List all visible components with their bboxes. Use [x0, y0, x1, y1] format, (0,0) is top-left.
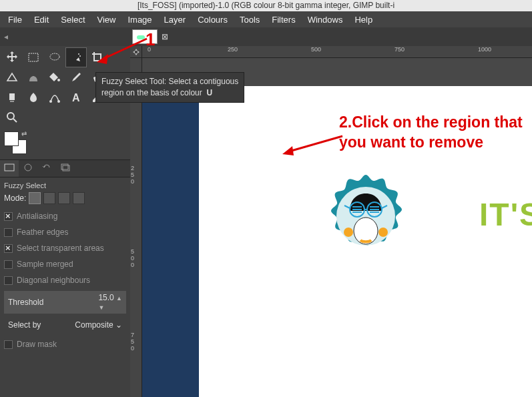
svg-point-3: [79, 55, 81, 57]
free-select-tool[interactable]: [44, 47, 65, 67]
tool-options-title: Fuzzy Select: [4, 180, 126, 191]
transparent-checkbox[interactable]: [4, 244, 13, 253]
svg-rect-0: [29, 53, 38, 61]
menu-bar: File Edit Select View Image Layer Colour…: [0, 11, 532, 27]
svg-point-8: [49, 100, 52, 103]
draw-mask-label: Draw mask: [17, 340, 57, 349]
mode-intersect[interactable]: [73, 192, 85, 204]
menu-file[interactable]: File: [3, 13, 27, 27]
move-tool[interactable]: [1, 47, 23, 67]
svg-point-4: [57, 79, 60, 81]
images-tab[interactable]: [56, 160, 75, 177]
menu-filters[interactable]: Filters: [266, 13, 300, 27]
menu-edit[interactable]: Edit: [29, 13, 54, 27]
vertical-ruler[interactable]: 0 2 5 0 5 0 0 7 5 0: [130, 58, 142, 397]
menu-windows[interactable]: Windows: [302, 13, 348, 27]
menu-select[interactable]: Select: [55, 13, 90, 27]
mode-replace[interactable]: [29, 192, 41, 204]
svg-point-17: [354, 218, 378, 244]
annotation-1: 1: [93, 32, 154, 67]
rotate-tool[interactable]: [1, 67, 23, 87]
path-tool[interactable]: [44, 87, 65, 107]
menu-colours[interactable]: Colours: [192, 13, 233, 27]
menu-image[interactable]: Image: [122, 13, 157, 27]
select-by-dropdown[interactable]: Select by Composite ⌄: [4, 318, 126, 332]
svg-point-13: [25, 164, 31, 171]
tab-prev-icon[interactable]: ◂: [0, 32, 12, 41]
mode-subtract[interactable]: [58, 192, 70, 204]
svg-rect-7: [10, 101, 14, 102]
tab-close-icon[interactable]: ⊠: [158, 32, 172, 41]
draw-mask-checkbox[interactable]: [4, 340, 13, 349]
logo-image: [309, 159, 423, 306]
threshold-value: 15.0: [98, 293, 113, 302]
svg-rect-6: [9, 93, 15, 100]
bucket-fill-tool[interactable]: [44, 67, 65, 87]
clone-tool[interactable]: [1, 87, 23, 107]
smudge-tool[interactable]: [23, 87, 44, 107]
svg-rect-12: [5, 164, 14, 171]
document-tabs: ◂ ⊠: [0, 27, 532, 46]
tool-options-tab[interactable]: [0, 160, 19, 177]
color-swatch[interactable]: ⇄: [0, 129, 130, 159]
window-title: [Its_FOSS] (imported)-1.0 (RGB colour 8-…: [0, 0, 532, 11]
menu-help[interactable]: Help: [349, 13, 378, 27]
menu-tools[interactable]: Tools: [234, 13, 265, 27]
menu-view[interactable]: View: [92, 13, 121, 27]
feather-checkbox[interactable]: [4, 228, 13, 237]
annotation-arrow-2: [279, 133, 346, 159]
swap-colors-icon[interactable]: ⇄: [21, 130, 27, 137]
transparent-label: Select transparent areas: [17, 244, 104, 253]
sample-merged-label: Sample merged: [17, 260, 73, 269]
svg-point-2: [78, 53, 79, 55]
rect-select-tool[interactable]: [23, 47, 44, 67]
image-background: 2.Click on the region that you want to r…: [199, 86, 532, 397]
tool-options-panel: Fuzzy Select Mode: Antialiasing Feather …: [0, 177, 130, 397]
logo-text: IT'S: [479, 196, 532, 233]
text-tool[interactable]: A: [65, 87, 87, 107]
svg-point-1: [50, 53, 59, 60]
svg-point-19: [378, 228, 388, 237]
dock-tabs: [0, 159, 130, 177]
horizontal-ruler[interactable]: 0 250 500 750 1000: [142, 46, 532, 58]
threshold-slider[interactable]: Threshold 15.0 ▲▼: [4, 291, 126, 314]
canvas[interactable]: 2.Click on the region that you want to r…: [142, 86, 532, 397]
svg-text:A: A: [72, 92, 80, 103]
select-by-value: Composite: [75, 320, 113, 330]
svg-point-11: [7, 113, 14, 119]
chevron-down-icon: ⌄: [115, 320, 122, 330]
device-status-tab[interactable]: [19, 160, 37, 177]
mode-add[interactable]: [43, 192, 55, 204]
diagonal-checkbox[interactable]: [4, 276, 13, 285]
undo-history-tab[interactable]: [37, 160, 56, 177]
select-by-label: Select by: [8, 320, 41, 330]
fuzzy-select-tool[interactable]: [65, 47, 87, 67]
diagonal-label: Diagonal neighbours: [17, 276, 90, 285]
svg-point-9: [57, 100, 60, 103]
svg-point-18: [344, 228, 353, 237]
threshold-label: Threshold: [8, 298, 43, 307]
warp-tool[interactable]: [23, 67, 44, 87]
feather-label: Feather edges: [17, 228, 68, 237]
fg-color[interactable]: [4, 131, 19, 146]
mode-label: Mode:: [4, 193, 26, 203]
sample-merged-checkbox[interactable]: [4, 260, 13, 269]
annotation-text-2: 2.Click on the region that you want to r…: [339, 113, 523, 153]
antialiasing-checkbox[interactable]: [4, 212, 13, 221]
paintbrush-tool[interactable]: [65, 67, 87, 87]
fuzzy-select-tooltip: Fuzzy Select Tool: Select a contiguous r…: [95, 72, 244, 103]
zoom-tool[interactable]: [1, 107, 23, 127]
antialiasing-label: Antialiasing: [17, 212, 57, 221]
menu-layer[interactable]: Layer: [159, 13, 192, 27]
